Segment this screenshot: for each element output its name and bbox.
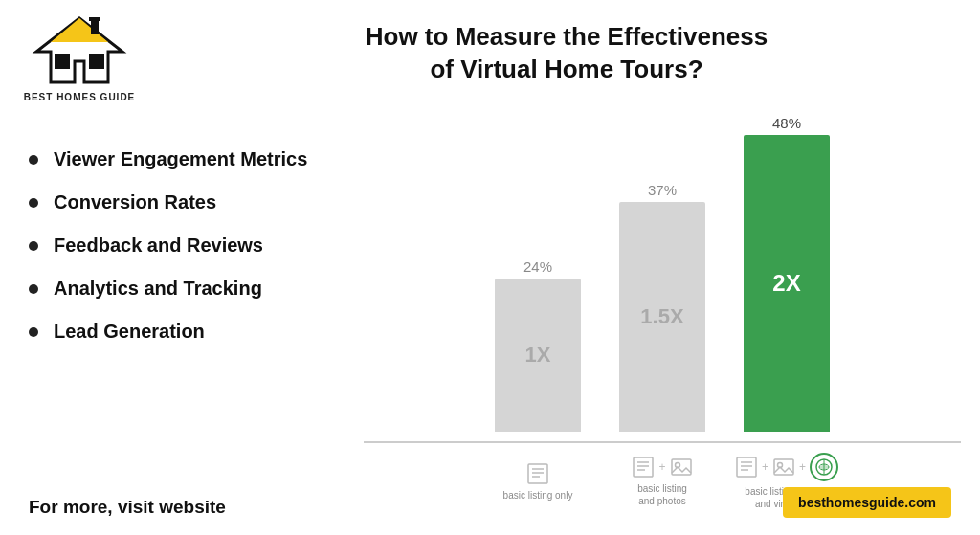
list-item: Analytics and Tracking	[29, 278, 354, 300]
photo-icon-2	[772, 456, 795, 479]
bar-percent-2: 37%	[648, 182, 677, 198]
bar-value-2: 1.5X	[640, 304, 683, 329]
footer-website-button[interactable]: besthomesguide.com	[783, 487, 951, 518]
bar-percent-3: 48%	[772, 115, 801, 131]
page-title: How to Measure the Effectiveness of Virt…	[191, 21, 942, 86]
icon-symbols-2: +	[632, 456, 692, 479]
icon-group-1: basic listing only	[495, 462, 581, 502]
bar-3: 2X	[744, 135, 830, 432]
bullet-list: Viewer Engagement Metrics Conversion Rat…	[29, 148, 354, 364]
bullet-label: Analytics and Tracking	[54, 278, 262, 300]
list-item: Viewer Engagement Metrics	[29, 148, 354, 170]
bullet-label: Conversion Rates	[54, 191, 216, 213]
listing-icon-3	[735, 456, 758, 479]
bar-value-1: 1X	[525, 343, 551, 368]
icon-symbols-1	[526, 462, 549, 485]
bar-group-3: 48% 2X	[744, 115, 830, 432]
chart-area: 24% 1X 37% 1.5X 48% 2X	[364, 115, 961, 478]
svg-rect-10	[634, 457, 653, 477]
svg-rect-6	[528, 464, 547, 483]
logo-text: BEST HOMES GUIDE	[24, 92, 136, 102]
bullet-dot	[29, 198, 38, 208]
svg-rect-3	[89, 54, 104, 69]
bar-2: 1.5X	[619, 202, 705, 432]
icon-symbols-3: + +	[735, 453, 838, 481]
bullet-dot	[29, 284, 38, 294]
footer-left: For more, visit website	[29, 497, 226, 518]
bar-group-2: 37% 1.5X	[619, 182, 705, 432]
title-area: How to Measure the Effectiveness of Virt…	[191, 21, 942, 86]
svg-rect-14	[672, 459, 691, 475]
bullet-dot	[29, 241, 38, 251]
icon-label-2: basic listing and photos	[637, 482, 687, 507]
icon-group-2: + basic listing and photos	[619, 456, 705, 507]
plus-icon: +	[658, 460, 665, 474]
bullet-label: Feedback and Reviews	[54, 234, 263, 256]
bar-percent-1: 24%	[523, 258, 552, 275]
svg-rect-5	[89, 17, 100, 21]
plus-icon-2: +	[762, 460, 768, 474]
icon-label-1: basic listing only	[503, 489, 573, 502]
list-item: Conversion Rates	[29, 191, 354, 213]
list-item: Lead Generation	[29, 321, 354, 343]
photo-icon	[670, 456, 693, 479]
bullet-dot	[29, 155, 38, 165]
bullet-label: Viewer Engagement Metrics	[54, 148, 307, 170]
bullet-label: Lead Generation	[54, 321, 205, 343]
logo-area: BEST HOMES GUIDE	[17, 13, 142, 102]
listing-icon	[526, 462, 549, 485]
svg-rect-20	[774, 459, 793, 475]
svg-marker-1	[51, 18, 108, 42]
plus-icon-3: +	[799, 460, 806, 474]
bar-value-3: 2X	[772, 270, 800, 297]
svg-rect-2	[55, 54, 70, 69]
logo-icon	[32, 13, 127, 90]
listing-icon-2	[632, 456, 655, 479]
bar-1: 1X	[495, 279, 581, 432]
bullet-dot	[29, 327, 38, 337]
bar-group-1: 24% 1X	[495, 258, 581, 432]
bars-container: 24% 1X 37% 1.5X 48% 2X	[364, 115, 961, 443]
svg-rect-16	[737, 457, 756, 477]
svg-rect-4	[91, 19, 99, 34]
list-item: Feedback and Reviews	[29, 234, 354, 256]
virtual-tour-icon	[810, 453, 838, 481]
